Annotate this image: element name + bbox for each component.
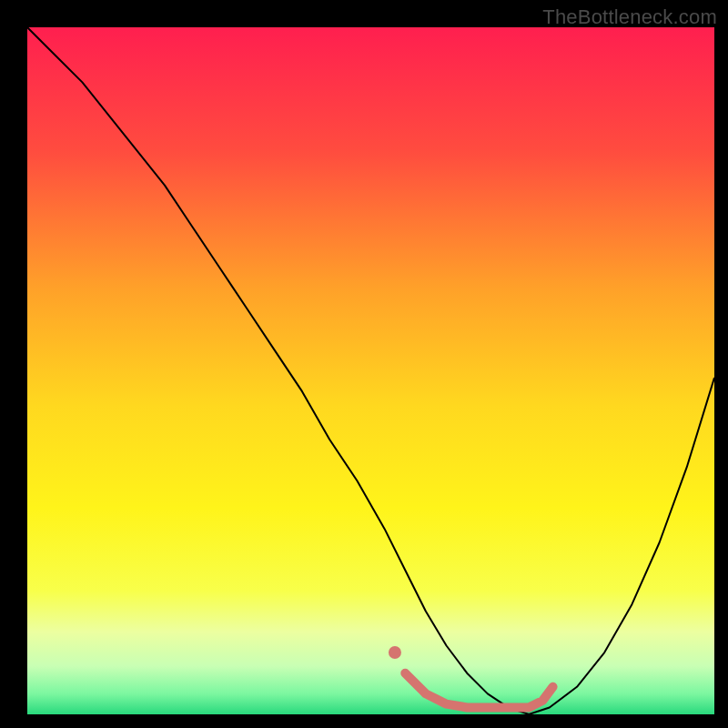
chart-frame: TheBottleneck.com — [0, 0, 728, 728]
gradient-background — [27, 27, 714, 714]
watermark-text: TheBottleneck.com — [542, 5, 717, 29]
plot-area — [27, 27, 714, 714]
chart-svg — [27, 27, 714, 714]
series-optimal-dot — [389, 646, 401, 659]
